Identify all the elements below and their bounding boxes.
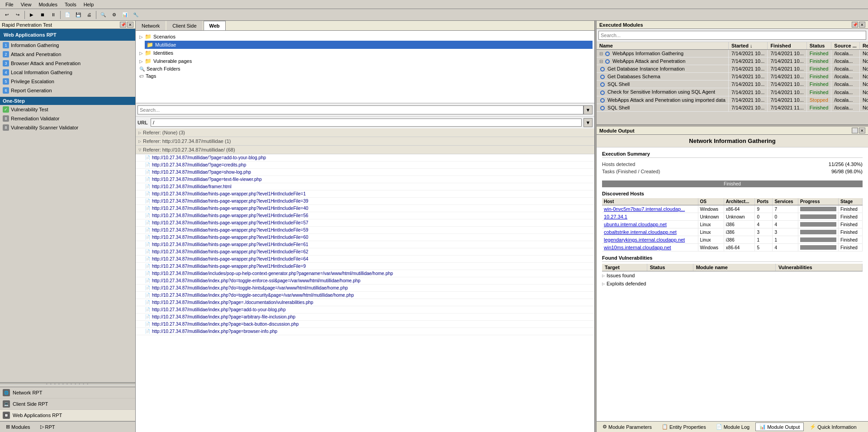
url-row[interactable]: 📄http://10.27.34.87/mutillidae/framer.ht… <box>136 183 594 190</box>
executed-pin-btn[interactable]: 📌 <box>852 22 858 28</box>
tab-quick-info[interactable]: ⚡ Quick Information <box>806 423 860 431</box>
nav-item-6[interactable]: 6 Report Generation <box>0 86 135 95</box>
url-row[interactable]: 📄http://10.27.34.87/mutillidae/index.php… <box>136 328 594 335</box>
col-finished[interactable]: Finished <box>768 42 806 50</box>
url-row[interactable]: 📄http://10.27.34.87/mutillidae/hints-pag… <box>136 248 594 256</box>
col-name[interactable]: Name <box>597 42 728 50</box>
url-row[interactable]: 📄http://10.27.34.87/mutillidae/includes/… <box>136 270 594 277</box>
host-link[interactable]: win-0nvc5m7bau7.internal.cloudap... <box>604 206 685 212</box>
url-row[interactable]: 📄http://10.27.34.87/mutillidae/index.php… <box>136 313 594 321</box>
one-step-item-1[interactable]: ✓ Vulnerability Test <box>0 105 135 114</box>
url-input[interactable] <box>151 119 582 127</box>
nav-item-5[interactable]: 5 Privilege Escalation <box>0 77 135 86</box>
host-col-arch[interactable]: Architect... <box>724 198 755 205</box>
tab-module-output[interactable]: 📊 Module Output <box>755 423 804 431</box>
host-col-services[interactable]: Services <box>773 198 798 205</box>
url-row[interactable]: 📄http://10.27.34.87/mutillidae/hints-pag… <box>136 256 594 263</box>
executed-close-btn[interactable]: ✕ <box>859 22 865 28</box>
url-row[interactable]: 📄http://10.27.34.87/mutillidae/index.php… <box>136 292 594 299</box>
tree-tags[interactable]: 🏷 Tags <box>138 72 593 80</box>
table-row[interactable]: ⊟ WebApps Attack and Penetration 7/14/20… <box>597 57 868 65</box>
vuln-col-target[interactable]: Target <box>602 264 647 271</box>
toolbar-btn-12[interactable]: 🔧 <box>131 10 141 19</box>
toolbar-btn-10[interactable]: ⚙ <box>109 10 119 19</box>
url-group-1-header[interactable]: ▷ Referer: (None) (3) <box>136 128 594 137</box>
tab-module-log[interactable]: 📄 Module Log <box>712 423 754 431</box>
host-col-os[interactable]: OS <box>698 198 724 205</box>
vuln-col-status[interactable]: Status <box>647 264 693 271</box>
issues-found-row[interactable]: ▷ Issues found <box>602 271 863 280</box>
menu-file[interactable]: File <box>2 1 17 8</box>
host-link[interactable]: legendarykings.internal.cloudapp.net <box>604 237 685 242</box>
tree-search-folders[interactable]: 🔍 Search Folders <box>138 65 593 72</box>
search-dropdown-btn[interactable]: ▼ <box>583 105 593 114</box>
menu-view[interactable]: View <box>17 1 35 8</box>
tree-scenarios[interactable]: ▷ 📁 Scenarios <box>138 33 593 41</box>
url-row[interactable]: 📄http://10.27.34.87/mutillidae/?page=sho… <box>136 169 594 176</box>
host-col-ports[interactable]: Ports <box>755 198 773 205</box>
table-row[interactable]: Get Database Instance Information 7/14/2… <box>597 65 868 73</box>
exploits-defended-row[interactable]: ▷ Exploits defended <box>602 280 863 288</box>
toolbar-btn-6[interactable]: 📄 <box>62 10 72 19</box>
toolbar-btn-1[interactable]: ↩ <box>2 10 12 19</box>
tab-client-side[interactable]: Client Side <box>166 21 202 30</box>
col-status[interactable]: Status <box>806 42 831 50</box>
url-row[interactable]: 📄http://10.27.34.87/mutillidae/?page=add… <box>136 154 594 161</box>
vuln-col-vulns[interactable]: Vulnerabilities <box>775 264 862 271</box>
tab-web[interactable]: Web <box>204 21 226 30</box>
table-row[interactable]: SQL Shell 7/14/2021 10... 7/14/2021 10..… <box>597 81 868 88</box>
url-row[interactable]: 📄http://10.27.34.87/mutillidae/hints-pag… <box>136 219 594 227</box>
module-output-close-btn[interactable]: ✕ <box>859 128 865 133</box>
one-step-item-3[interactable]: 8 Vulnerability Scanner Validator <box>0 123 135 132</box>
url-row[interactable]: 📄http://10.27.34.87/mutillidae/hints-pag… <box>136 263 594 270</box>
nav-item-4[interactable]: 4 Local Information Gathering <box>0 68 135 77</box>
nav-item-2[interactable]: 2 Attack and Penetration <box>0 50 135 59</box>
url-row[interactable]: 📄http://10.27.34.87/mutillidae/hints-pag… <box>136 212 594 219</box>
url-row[interactable]: 📄http://10.27.34.87/mutillidae/hints-pag… <box>136 198 594 205</box>
url-row[interactable]: 📄http://10.27.34.87/mutillidae/hints-pag… <box>136 227 594 234</box>
panel-divider[interactable]: • • • • • • • • • • • <box>0 382 135 385</box>
host-link[interactable]: 10.27.34.1 <box>604 214 627 219</box>
tab-entity-props[interactable]: 📋 Entity Properties <box>658 423 710 431</box>
rpt-close-btn[interactable]: ✕ <box>127 22 133 28</box>
table-row[interactable]: Check for Sensitive Information using SQ… <box>597 88 868 96</box>
toolbar-btn-11[interactable]: 📊 <box>120 10 130 19</box>
toolbar-btn-3[interactable]: ▶ <box>27 10 37 19</box>
url-row[interactable]: 📄http://10.27.34.87/mutillidae/?page=tex… <box>136 176 594 183</box>
toolbar-btn-5[interactable]: ⏸ <box>48 10 58 19</box>
executed-search-input[interactable] <box>598 31 866 40</box>
url-row[interactable]: 📄http://10.27.34.87/mutillidae/hints-pag… <box>136 205 594 212</box>
nav-item-1[interactable]: 1 Information Gathering <box>0 41 135 50</box>
url-row[interactable]: 📄http://10.27.34.87/mutillidae/hints-pag… <box>136 241 594 248</box>
url-group-2-header[interactable]: ▷ Referer: http://10.27.34.87/mutillidae… <box>136 137 594 146</box>
nav-item-3[interactable]: 3 Browser Attack and Penetration <box>0 59 135 68</box>
url-row[interactable]: 📄http://10.27.34.87/mutillidae/?page=cre… <box>136 161 594 169</box>
col-started[interactable]: Started ↓ <box>728 42 767 50</box>
col-res[interactable]: Res... <box>859 42 868 50</box>
module-output-expand-btn[interactable]: ⬜ <box>852 128 858 133</box>
host-col-stage[interactable]: Stage <box>839 198 863 205</box>
tab-module-params[interactable]: ⚙ Module Parameters <box>598 423 656 431</box>
tree-vulnerable-pages[interactable]: ▷ 📁 Vulnerable pages <box>138 57 593 65</box>
table-row[interactable]: ⊟ WebApps Information Gathering 7/14/202… <box>597 50 868 57</box>
search-input[interactable] <box>138 105 583 114</box>
host-link[interactable]: ubuntu.internal.cloudapp.net <box>604 222 667 227</box>
bottom-nav-client[interactable]: 💻 Client Side RPT <box>0 399 135 410</box>
url-row[interactable]: 📄http://10.27.34.87/mutillidae/index.php… <box>136 299 594 306</box>
rpt-tab[interactable]: ▷ RPT <box>36 423 59 431</box>
one-step-item-2[interactable]: 8 Remediation Validator <box>0 114 135 123</box>
table-row[interactable]: Get Databases Schema 7/14/2021 10... 7/1… <box>597 73 868 81</box>
url-dropdown-btn[interactable]: ▼ <box>583 118 593 127</box>
host-table-row[interactable]: legendarykings.internal.cloudapp.net Lin… <box>602 236 863 244</box>
host-table-row[interactable]: 10.27.34.1 Unknown Unknown 0 0 Finished <box>602 213 863 221</box>
host-table-row[interactable]: win-0nvc5m7bau7.internal.cloudap... Wind… <box>602 205 863 213</box>
rpt-pin-btn[interactable]: 📌 <box>120 22 126 28</box>
menu-help[interactable]: Help <box>80 1 98 8</box>
toolbar-btn-9[interactable]: 🔍 <box>98 10 108 19</box>
url-row[interactable]: 📄http://10.27.34.87/mutillidae/hints-pag… <box>136 190 594 198</box>
url-row[interactable]: 📄http://10.27.34.87/mutillidae/index.php… <box>136 285 594 292</box>
host-col-host[interactable]: Host <box>602 198 698 205</box>
table-row[interactable]: WebApps Attack and Penetration using imp… <box>597 96 868 104</box>
tree-identities[interactable]: ▷ 📁 Identities <box>138 49 593 57</box>
host-table-row[interactable]: win10ms.internal.cloudapp.net Windows x8… <box>602 244 863 252</box>
